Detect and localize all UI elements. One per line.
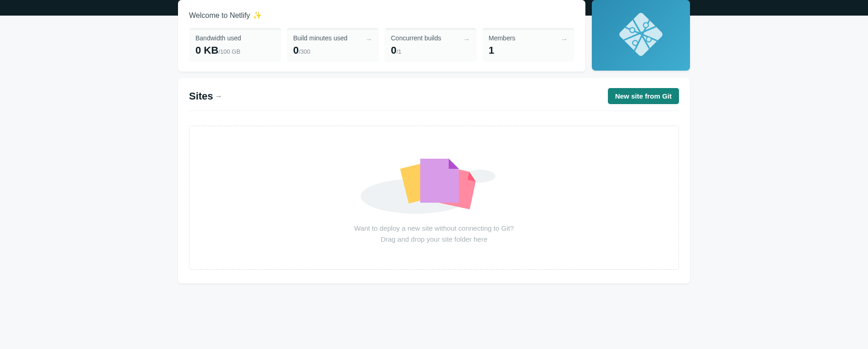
stat-suffix: /100 GB [218,48,240,55]
stat-value: 0 [293,44,299,56]
stat-concurrent-builds[interactable]: → Concurrent builds 0/1 [384,28,477,62]
dropzone-illustration-icon [356,150,512,215]
welcome-line: Welcome to Netlify ✨ [189,11,574,20]
welcome-card: Welcome to Netlify ✨ Bandwidth used 0 KB… [178,0,585,72]
stat-label: Build minutes used [293,34,373,42]
dropzone-line1: Want to deploy a new site without connec… [354,223,514,234]
new-site-from-git-button[interactable]: New site from Git [608,88,679,104]
stat-value: 0 [391,44,396,56]
arrow-right-icon: → [365,35,373,44]
brand-tile [592,0,690,71]
deploy-dropzone[interactable]: Want to deploy a new site without connec… [189,126,679,270]
stat-suffix: /300 [299,48,310,55]
sparkles-icon: ✨ [253,11,262,20]
arrow-right-icon: → [561,35,568,44]
arrow-right-icon: → [463,35,470,44]
stat-value: 1 [489,44,494,56]
stat-build-minutes[interactable]: → Build minutes used 0/300 [287,28,379,62]
stat-label: Concurrent builds [391,34,470,42]
sites-title-link[interactable]: Sites → [189,90,223,102]
sites-header: Sites → New site from Git [189,88,679,111]
stat-value: 0 KB [195,44,218,56]
dropzone-line2: Drag and drop your site folder here [354,234,514,245]
stat-members[interactable]: → Members 1 [482,28,574,62]
sites-title-text: Sites [189,90,213,102]
netlify-logo-icon [616,9,666,61]
arrow-right-icon: → [215,92,223,100]
stat-label: Members [489,34,568,42]
stats-row: Bandwidth used 0 KB/100 GB → Build minut… [189,28,574,62]
stat-label: Bandwidth used [195,34,275,42]
sites-card: Sites → New site from Git [178,78,690,283]
dropzone-text: Want to deploy a new site without connec… [354,223,514,245]
welcome-text: Welcome to Netlify [189,11,250,20]
stat-bandwidth[interactable]: Bandwidth used 0 KB/100 GB [189,28,281,62]
stat-suffix: /1 [396,48,401,55]
